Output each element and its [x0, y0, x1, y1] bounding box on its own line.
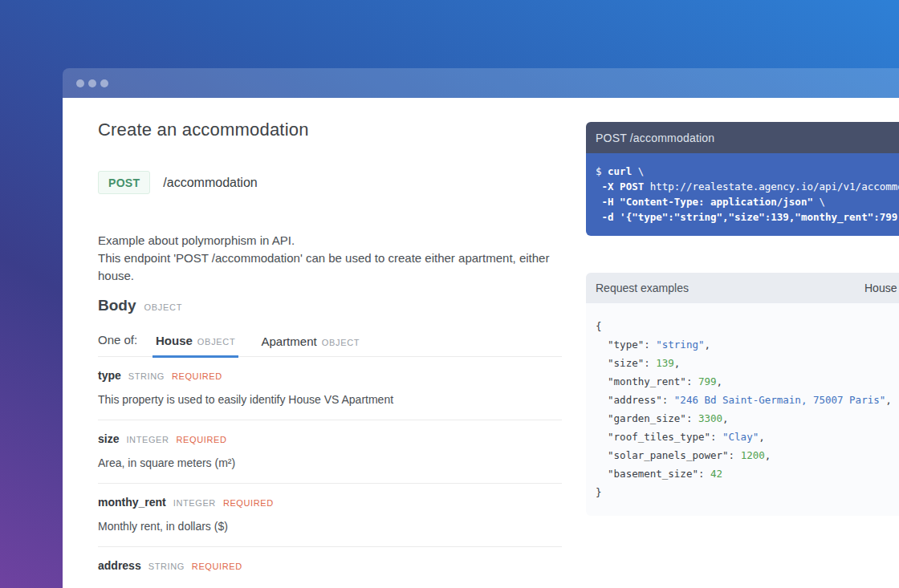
window-control-icon[interactable] — [100, 79, 108, 87]
body-heading-label: Body — [98, 297, 136, 314]
property-name: type — [98, 369, 121, 382]
docs-card: Create an accommodation POST /accommodat… — [63, 98, 899, 588]
body-section-heading: Body OBJECT — [98, 297, 562, 314]
property-type: INTEGER — [126, 435, 169, 444]
description-line: This endpoint 'POST /accommodation' can … — [98, 249, 562, 285]
window-control-icon[interactable] — [76, 79, 84, 87]
property-required-badge: REQUIRED — [223, 498, 274, 508]
window-control-icon[interactable] — [88, 79, 96, 87]
property-description: Area, in square meters (m²) — [98, 455, 562, 471]
json-code-line: "address": "246 Bd Saint-Germain, 75007 … — [596, 391, 899, 409]
json-code-line: "roof_tiles_type": "Clay", — [596, 428, 899, 446]
property-type: STRING — [148, 562, 185, 571]
page-background: Create an accommodation POST /accommodat… — [0, 0, 899, 588]
request-examples-title: Request examples — [596, 282, 689, 294]
endpoint-row: POST /accommodation — [98, 171, 562, 194]
json-code-line: "monthy_rent": 799, — [596, 372, 899, 391]
property-type: STRING — [128, 371, 165, 381]
json-code-line: "basement_size": 42 — [596, 464, 899, 483]
json-code-line: } — [596, 483, 899, 501]
property-section: address STRING REQUIRED — [98, 547, 562, 588]
property-header: address STRING REQUIRED — [98, 559, 562, 572]
tab-house[interactable]: House OBJECT — [153, 334, 238, 358]
property-header: size INTEGER REQUIRED — [98, 432, 562, 445]
property-description: This property is used to easily identify… — [98, 391, 562, 408]
browser-titlebar — [63, 68, 899, 98]
property-header: type STRING REQUIRED — [98, 369, 562, 382]
endpoint-description: Example about polymorphism in API. This … — [98, 232, 562, 285]
property-description: Monthly rent, in dollars ($) — [98, 518, 562, 534]
json-code-line: "size": 139, — [596, 354, 899, 372]
property-required-badge: REQUIRED — [172, 371, 222, 381]
json-code-line: "garden_size": 3300, — [596, 409, 899, 428]
one-of-label: One of: — [98, 333, 153, 356]
tab-apartment-label: Apartment — [261, 335, 316, 348]
json-code-line: { — [596, 317, 899, 335]
json-code-line: "type": "string", — [596, 335, 899, 354]
property-type: INTEGER — [173, 498, 216, 508]
request-examples-panel: Request examples House { "type": "string… — [586, 273, 899, 516]
curl-panel-header: POST /accommodation — [586, 122, 899, 153]
tab-house-label: House — [156, 334, 193, 347]
property-name: monthy_rent — [98, 496, 166, 509]
property-name: address — [98, 559, 141, 572]
http-method-badge: POST — [98, 171, 150, 194]
curl-code-line: -X POST http://realestate.agency.io/api/… — [596, 179, 899, 194]
curl-code-block: $ curl \ -X POST http://realestate.agenc… — [586, 153, 899, 236]
description-line: Example about polymorphism in API. — [98, 232, 562, 249]
property-required-badge: REQUIRED — [177, 435, 227, 444]
request-examples-header: Request examples House — [586, 273, 899, 303]
tab-house-type: OBJECT — [197, 337, 236, 347]
curl-example-panel: POST /accommodation $ curl \ -X POST htt… — [586, 122, 899, 236]
body-heading-type: OBJECT — [144, 302, 183, 312]
one-of-tabs: One of: House OBJECT Apartment OBJECT — [98, 333, 562, 357]
page-title: Create an accommodation — [98, 119, 562, 141]
curl-code-line: -H "Content-Type: application/json" \ — [596, 194, 899, 209]
endpoint-path: /accommodation — [163, 176, 257, 190]
property-name: size — [98, 432, 119, 445]
tab-apartment[interactable]: Apartment OBJECT — [258, 335, 363, 356]
property-header: monthy_rent INTEGER REQUIRED — [98, 496, 562, 509]
example-selector-dropdown[interactable]: House — [864, 273, 897, 303]
json-example-block: { "type": "string", "size": 139, "monthy… — [586, 303, 899, 516]
property-section: size INTEGER REQUIRED Area, in square me… — [98, 420, 562, 484]
property-section: type STRING REQUIRED This property is us… — [98, 357, 562, 420]
curl-code-line: -d '{"type":"string","size":139,"monthy_… — [596, 209, 899, 225]
endpoint-docs-column: Create an accommodation POST /accommodat… — [98, 119, 562, 588]
tab-apartment-type: OBJECT — [322, 338, 360, 347]
property-section: monthy_rent INTEGER REQUIRED Monthly ren… — [98, 484, 562, 547]
json-code-line: "solar_panels_power": 1200, — [596, 446, 899, 464]
curl-code-line: $ curl \ — [596, 164, 899, 179]
property-required-badge: REQUIRED — [192, 562, 242, 571]
